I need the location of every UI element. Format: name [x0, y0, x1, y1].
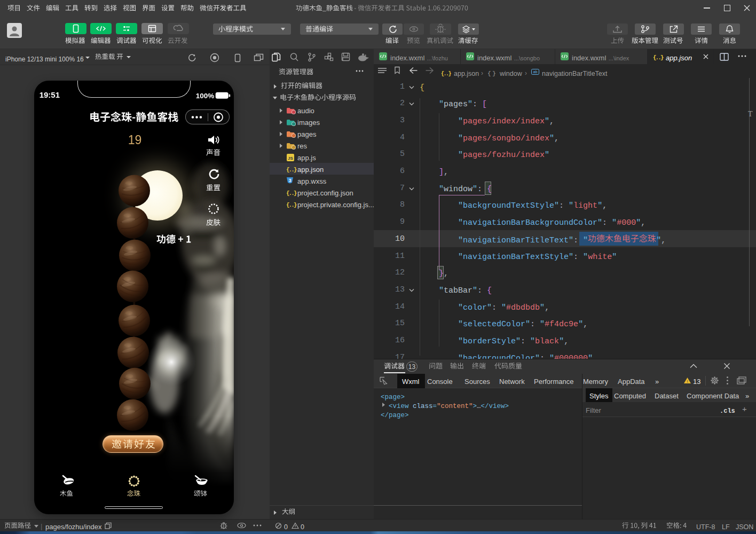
svg-text:!: ! — [687, 379, 688, 384]
svg-text:ab: ab — [533, 70, 538, 74]
svg-text:JS: JS — [288, 156, 293, 161]
svg-text:3: 3 — [289, 178, 292, 183]
